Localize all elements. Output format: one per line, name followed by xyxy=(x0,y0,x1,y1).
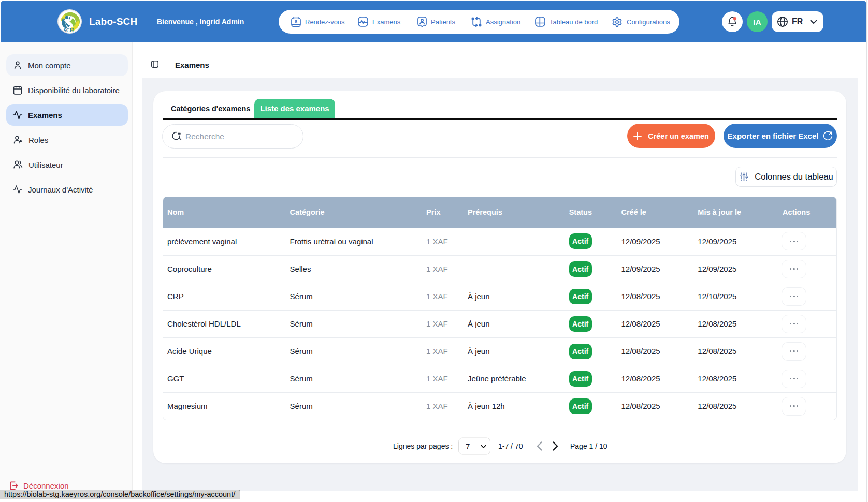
svg-text:8: 8 xyxy=(295,19,297,24)
svg-text:SCH: SCH xyxy=(64,28,74,33)
